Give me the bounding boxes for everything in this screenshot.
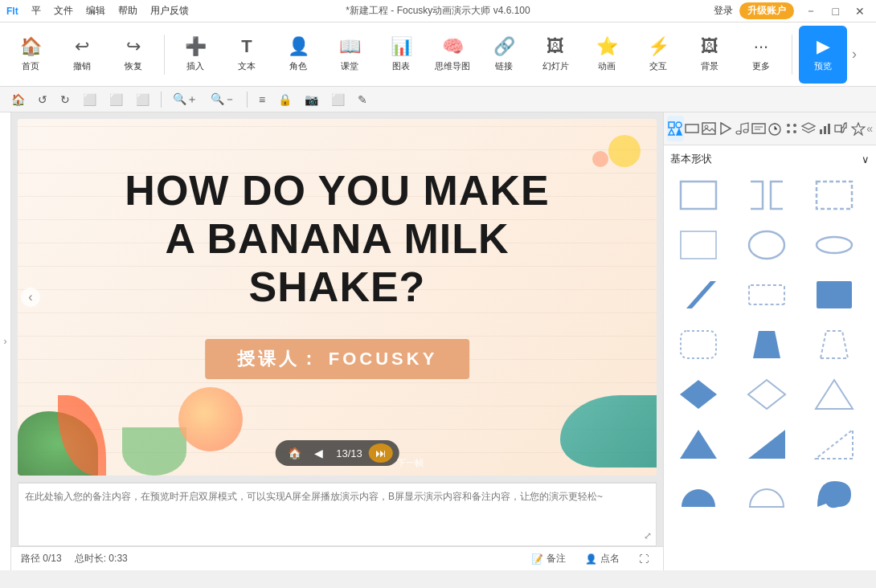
- status-left: 路径 0/13 总时长: 0:33: [21, 552, 128, 566]
- toolbar-animation[interactable]: ⭐ 动画: [583, 26, 631, 84]
- shape-rect-solid[interactable]: [806, 272, 862, 317]
- slide-canvas[interactable]: HOW DO YOU MAKE A BANANA MILK SHAKE? 授课人…: [18, 119, 657, 476]
- toolbar-link[interactable]: 🔗 链接: [480, 26, 528, 84]
- rt-layers-btn[interactable]: [800, 116, 817, 141]
- right-panel-collapse-btn[interactable]: «: [866, 122, 873, 135]
- tb2-rect1-btn[interactable]: ⬜: [78, 90, 101, 109]
- shape-rect-outline[interactable]: [670, 173, 727, 218]
- toolbar-interact[interactable]: ⚡ 交互: [634, 26, 682, 84]
- tb2-camera-btn[interactable]: 📷: [300, 90, 323, 109]
- shape-trapezoid-dashed[interactable]: [806, 322, 862, 367]
- toolbar-background-label: 背景: [701, 60, 718, 72]
- tb2-rect2-btn[interactable]: ⬜: [104, 90, 128, 109]
- roll-btn-label: 点名: [600, 552, 620, 566]
- bar-chart-icon: [818, 121, 833, 136]
- shape-diamond[interactable]: [670, 372, 727, 417]
- rt-unknown-btn[interactable]: [833, 116, 850, 141]
- svg-marker-3: [677, 129, 682, 135]
- shape-oval-outline[interactable]: [806, 223, 862, 267]
- preview-prev-btn[interactable]: ◀: [308, 443, 330, 463]
- toolbar-undo[interactable]: ↩ 撤销: [58, 26, 106, 84]
- preview-next-btn[interactable]: ⏭: [369, 443, 393, 463]
- status-fullscreen-btn[interactable]: ⛶: [634, 552, 653, 566]
- shape-rect-thin[interactable]: [670, 223, 727, 267]
- shape-circle-outline[interactable]: [739, 223, 795, 267]
- toolbar-slideshow[interactable]: 🖼 幻灯片: [531, 26, 579, 84]
- shape-triangle-outline[interactable]: [806, 372, 862, 417]
- character-icon: 👤: [288, 36, 309, 57]
- toolbar-redo[interactable]: ↪ 恢复: [109, 26, 158, 84]
- toolbar-divider-2: [792, 35, 792, 75]
- rt-star-btn[interactable]: [850, 116, 867, 141]
- shape-semicircle-outline[interactable]: [739, 472, 795, 517]
- svg-marker-7: [721, 123, 731, 134]
- shape-misc[interactable]: [806, 472, 862, 517]
- rt-shapes-btn[interactable]: [667, 116, 684, 141]
- shape-trapezoid[interactable]: [739, 322, 795, 367]
- shape-rect-dashed2[interactable]: [739, 272, 795, 317]
- tb2-home-btn[interactable]: 🏠: [6, 90, 30, 109]
- status-notes-btn[interactable]: 📝 备注: [526, 550, 571, 567]
- rt-play-btn[interactable]: [717, 116, 734, 141]
- rt-rect-btn[interactable]: [684, 116, 701, 141]
- tb2-redo-btn[interactable]: ↻: [55, 90, 75, 109]
- tb2-zoom-out-btn[interactable]: 🔍－: [206, 89, 240, 110]
- category-expand-icon[interactable]: ∨: [862, 153, 870, 165]
- maximize-button[interactable]: □: [828, 3, 844, 19]
- slide-title-line1: HOW DO YOU MAKE: [42, 167, 632, 215]
- prev-slide-arrow[interactable]: ‹: [21, 288, 40, 307]
- preview-home-btn[interactable]: 🏠: [281, 443, 308, 463]
- rt-timer-btn[interactable]: [767, 116, 784, 141]
- tb2-edit-btn[interactable]: ✎: [353, 90, 372, 109]
- svg-rect-22: [828, 124, 830, 134]
- toolbar-preview[interactable]: ▶ 预览: [799, 26, 847, 84]
- menu-edit[interactable]: 编辑: [86, 4, 105, 18]
- toolbar-character[interactable]: 👤 角色: [274, 26, 322, 84]
- notes-textarea[interactable]: [18, 483, 657, 546]
- roll-icon: 👤: [585, 553, 597, 565]
- upgrade-button[interactable]: 升级账户: [739, 2, 794, 19]
- shape-rect-dashed3[interactable]: [670, 322, 727, 367]
- tb2-align-btn[interactable]: ≡: [254, 90, 270, 109]
- shape-parallelogram[interactable]: [670, 272, 727, 317]
- tb2-lock-btn[interactable]: 🔒: [273, 90, 297, 109]
- menu-feedback[interactable]: 用户反馈: [150, 4, 189, 18]
- toolbar-mindmap[interactable]: 🧠 思维导图: [428, 26, 477, 84]
- menu-help[interactable]: 帮助: [118, 4, 137, 18]
- minimize-button[interactable]: －: [800, 2, 821, 20]
- left-panel-toggle[interactable]: ›: [0, 112, 11, 570]
- rt-image-btn[interactable]: [700, 116, 717, 141]
- login-button[interactable]: 登录: [714, 4, 733, 18]
- rt-grid-btn[interactable]: [784, 116, 800, 141]
- toolbar-classroom[interactable]: 📖 课堂: [325, 26, 374, 84]
- rt-music-btn[interactable]: [734, 116, 751, 141]
- toolbar-expand-icon[interactable]: ›: [852, 46, 857, 63]
- toolbar-background[interactable]: 🖼 背景: [686, 26, 734, 84]
- toolbar-insert[interactable]: ➕ 插入: [171, 26, 219, 84]
- shape-bracket-outline[interactable]: [739, 173, 795, 218]
- toolbar-text[interactable]: T 文本: [223, 26, 271, 84]
- tb2-rect4-btn[interactable]: ⬜: [326, 90, 350, 109]
- shape-triangle-right-dashed[interactable]: [806, 422, 862, 467]
- shape-diamond-outline[interactable]: [739, 372, 795, 417]
- platform-label: Flt: [6, 6, 18, 17]
- toolbar-home[interactable]: 🏠 首页: [6, 26, 55, 84]
- shape-triangle-solid[interactable]: [670, 422, 727, 467]
- shape-rect-dashed[interactable]: [806, 173, 862, 218]
- right-toolbar: «: [664, 112, 876, 145]
- notes-expand-icon[interactable]: ⤢: [644, 530, 652, 541]
- right-panel: « 基本形状 ∨: [663, 112, 876, 570]
- tb2-zoom-in-btn[interactable]: 🔍＋: [168, 89, 203, 110]
- toolbar-chart[interactable]: 📊 图表: [377, 26, 425, 84]
- shape-triangle-right[interactable]: [739, 422, 795, 467]
- rt-text-btn[interactable]: [750, 116, 767, 141]
- tb2-undo-btn[interactable]: ↺: [33, 90, 52, 109]
- tb2-rect3-btn[interactable]: ⬜: [131, 90, 154, 109]
- rt-chart-btn[interactable]: [817, 116, 833, 141]
- menu-ping[interactable]: 平: [31, 4, 41, 18]
- menu-file[interactable]: 文件: [54, 4, 73, 18]
- toolbar-more[interactable]: ··· 更多: [737, 26, 785, 84]
- shape-semicircle[interactable]: [670, 472, 727, 517]
- close-button[interactable]: ✕: [850, 3, 870, 19]
- status-roll-btn[interactable]: 👤 点名: [580, 550, 624, 567]
